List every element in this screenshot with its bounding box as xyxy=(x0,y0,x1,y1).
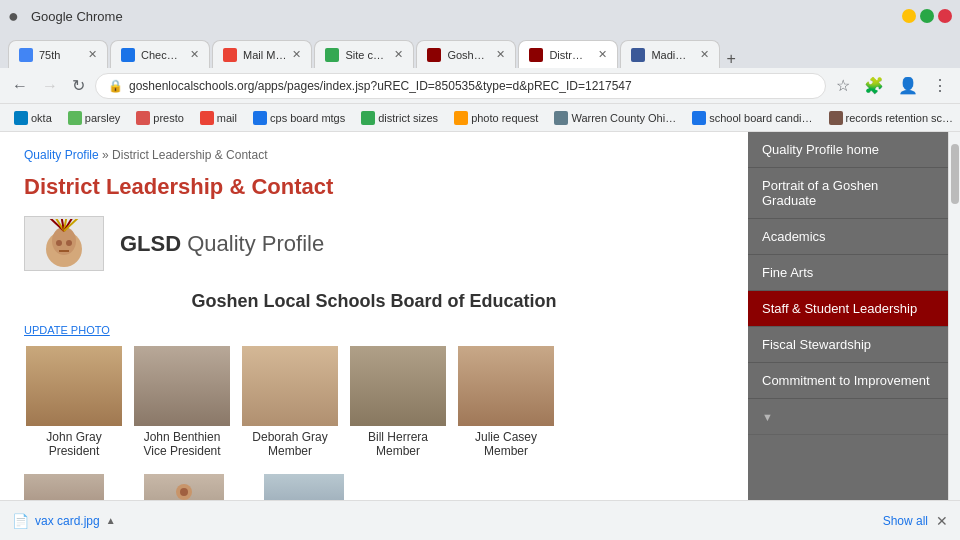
member-photo-casey xyxy=(458,346,554,426)
member-photo-herrera xyxy=(350,346,446,426)
bookmark-mail[interactable]: mail xyxy=(194,109,243,127)
bookmark-okta[interactable]: okta xyxy=(8,109,58,127)
bookmark-icon xyxy=(253,111,267,125)
tab-close-icon[interactable]: ✕ xyxy=(598,48,607,61)
bookmark-district-sizes[interactable]: district sizes xyxy=(355,109,444,127)
breadcrumb-separator: » xyxy=(102,148,112,162)
breadcrumb-current: District Leadership & Contact xyxy=(112,148,267,162)
member-name-deborah: Deborah Gray xyxy=(252,430,327,444)
minimize-btn[interactable] xyxy=(902,9,916,23)
tab-favicon xyxy=(427,48,441,62)
breadcrumb-link[interactable]: Quality Profile xyxy=(24,148,99,162)
svg-point-9 xyxy=(66,240,72,246)
tab-close-icon[interactable]: ✕ xyxy=(496,48,505,61)
member-title-herrera: Member xyxy=(376,444,420,458)
tab-label: Site c… xyxy=(345,49,388,61)
tab-madi[interactable]: Madi… ✕ xyxy=(620,40,720,68)
bookmark-icon xyxy=(68,111,82,125)
bookmark-photo[interactable]: photo request xyxy=(448,109,544,127)
sidebar-item-quality-profile[interactable]: Quality Profile home xyxy=(748,132,948,168)
back-btn[interactable]: ← xyxy=(8,73,32,99)
member-title-gray: President xyxy=(49,444,100,458)
profile-btn[interactable]: 👤 xyxy=(894,72,922,99)
tab-close-icon[interactable]: ✕ xyxy=(88,48,97,61)
bookmark-icon xyxy=(200,111,214,125)
bookmark-label: district sizes xyxy=(378,112,438,124)
new-tab-btn[interactable]: + xyxy=(726,50,735,68)
tab-bar: 75th ✕ Chec… ✕ Mail M… ✕ Site c… ✕ Gosh…… xyxy=(0,32,960,68)
member-photo-extra1 xyxy=(24,474,104,500)
sidebar-item-fine-arts[interactable]: Fine Arts xyxy=(748,255,948,291)
show-all-btn[interactable]: Show all xyxy=(883,514,928,528)
bookmark-icon xyxy=(454,111,468,125)
lock-icon: 🔒 xyxy=(108,79,123,93)
address-bar[interactable]: 🔒 goshenlocalschools.org/apps/pages/inde… xyxy=(95,73,826,99)
extensions-btn[interactable]: 🧩 xyxy=(860,72,888,99)
bookmark-icon xyxy=(692,111,706,125)
member-photo-extra2 xyxy=(144,474,224,500)
sidebar-nav: Quality Profile home Portrait of a Goshe… xyxy=(748,132,948,500)
sidebar-item-commitment[interactable]: Commitment to Improvement xyxy=(748,363,948,399)
member-card-deborah: Deborah Gray Member xyxy=(240,346,340,458)
tab-close-icon[interactable]: ✕ xyxy=(394,48,403,61)
sidebar-item-staff-leadership[interactable]: Staff & Student Leadership xyxy=(748,291,948,327)
tab-site[interactable]: Site c… ✕ xyxy=(314,40,414,68)
member-card-benthien: John Benthien Vice President xyxy=(132,346,232,458)
svg-point-8 xyxy=(56,240,62,246)
tab-label: Chec… xyxy=(141,49,184,61)
tab-label: Distr… xyxy=(549,49,592,61)
tab-label: Gosh… xyxy=(447,49,490,61)
download-filename[interactable]: vax card.jpg xyxy=(35,514,100,528)
reload-btn[interactable]: ↻ xyxy=(68,72,89,99)
tab-distr[interactable]: Distr… ✕ xyxy=(518,40,618,68)
bookmark-label: photo request xyxy=(471,112,538,124)
bookmark-school-board[interactable]: school board candi… xyxy=(686,109,818,127)
logo-text-area: GLSD Quality Profile xyxy=(120,231,324,257)
bookmark-cps[interactable]: cps board mtgs xyxy=(247,109,351,127)
tab-favicon xyxy=(529,48,543,62)
forward-btn[interactable]: → xyxy=(38,73,62,99)
bookmark-presto[interactable]: presto xyxy=(130,109,190,127)
menu-btn[interactable]: ⋮ xyxy=(928,72,952,99)
tab-label: Mail M… xyxy=(243,49,286,61)
bookmark-label: mail xyxy=(217,112,237,124)
tab-close-icon[interactable]: ✕ xyxy=(700,48,709,61)
tab-chec[interactable]: Chec… ✕ xyxy=(110,40,210,68)
sidebar-item-academics[interactable]: Academics xyxy=(748,219,948,255)
member-card-gray: John Gray President xyxy=(24,346,124,458)
member-photo-benthien xyxy=(134,346,230,426)
address-text: goshenlocalschools.org/apps/pages/index.… xyxy=(129,79,813,93)
maximize-btn[interactable] xyxy=(920,9,934,23)
bookmark-label: Warren County Ohi… xyxy=(571,112,676,124)
quality-profile-header: GLSD Quality Profile xyxy=(24,216,724,271)
sidebar-item-more[interactable]: ▼ xyxy=(748,399,948,435)
scroll-thumb[interactable] xyxy=(951,144,959,204)
bookmark-btn[interactable]: ☆ xyxy=(832,72,854,99)
close-btn[interactable] xyxy=(938,9,952,23)
download-expand-icon[interactable]: ▲ xyxy=(106,515,116,526)
tab-75th[interactable]: 75th ✕ xyxy=(8,40,108,68)
member-photo-gray xyxy=(26,346,122,426)
bookmarks-bar: okta parsley presto mail cps board mtgs … xyxy=(0,104,960,132)
scrollbar[interactable] xyxy=(948,132,960,500)
tab-favicon xyxy=(223,48,237,62)
board-heading: Goshen Local Schools Board of Education xyxy=(24,291,724,312)
tab-gosh[interactable]: Gosh… ✕ xyxy=(416,40,516,68)
bookmark-records[interactable]: records retention sc… xyxy=(823,109,960,127)
update-photo-link[interactable]: UPDATE PHOTO xyxy=(24,324,724,336)
sidebar-item-portrait[interactable]: Portrait of a Goshen Graduate xyxy=(748,168,948,219)
file-icon: 📄 xyxy=(12,513,29,529)
tab-mail[interactable]: Mail M… ✕ xyxy=(212,40,312,68)
member-name-herrera: Bill Herrera xyxy=(368,430,428,444)
breadcrumb: Quality Profile » District Leadership & … xyxy=(24,148,724,162)
bookmark-icon xyxy=(361,111,375,125)
tab-favicon xyxy=(631,48,645,62)
logo-bold: GLSD xyxy=(120,231,181,256)
bookmark-parsley[interactable]: parsley xyxy=(62,109,126,127)
tab-close-icon[interactable]: ✕ xyxy=(292,48,301,61)
tab-close-icon[interactable]: ✕ xyxy=(190,48,199,61)
sidebar-item-fiscal[interactable]: Fiscal Stewardship xyxy=(748,327,948,363)
downloads-close-btn[interactable]: ✕ xyxy=(936,513,948,529)
bookmark-label: parsley xyxy=(85,112,120,124)
bookmark-warren[interactable]: Warren County Ohi… xyxy=(548,109,682,127)
